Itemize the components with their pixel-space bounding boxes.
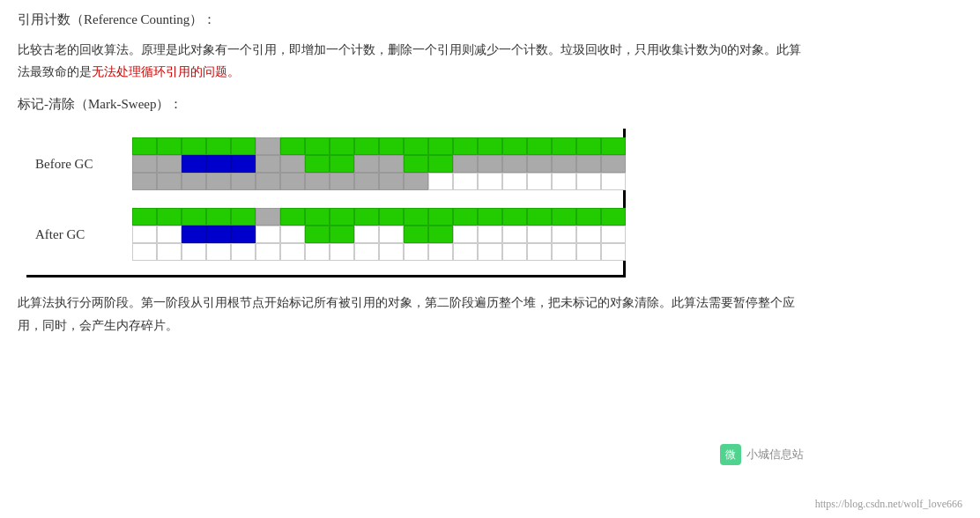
grid-cell bbox=[502, 243, 527, 261]
grid-cell bbox=[404, 137, 428, 155]
grid-cell bbox=[527, 173, 552, 190]
grid-cell bbox=[330, 173, 354, 190]
grid-cell bbox=[206, 155, 231, 173]
before-gc-row3 bbox=[132, 173, 626, 190]
grid-cell bbox=[280, 173, 305, 190]
grid-cell bbox=[576, 155, 601, 173]
grid-cell bbox=[576, 173, 601, 190]
grid-cell bbox=[231, 226, 256, 243]
grid-cell bbox=[601, 155, 626, 173]
grid-cell bbox=[280, 208, 305, 226]
grid-cell bbox=[132, 155, 157, 173]
grid-cell bbox=[428, 137, 453, 155]
grid-cell bbox=[453, 173, 478, 190]
grid-cell bbox=[552, 173, 576, 190]
grid-cell bbox=[305, 226, 330, 243]
page-container: 引用计数（Reference Counting）： 比较古老的回收算法。原理是此… bbox=[0, 0, 980, 345]
grid-cell bbox=[453, 155, 478, 173]
grid-cell bbox=[330, 208, 354, 226]
grid-cell bbox=[354, 226, 379, 243]
grid-cell bbox=[206, 243, 231, 261]
grid-cell bbox=[552, 243, 576, 261]
grid-cell bbox=[576, 208, 601, 226]
after-gc-row2 bbox=[132, 226, 626, 243]
grid-cell bbox=[330, 243, 354, 261]
grid-cell bbox=[305, 173, 330, 190]
grid-cell bbox=[453, 137, 478, 155]
grid-cell bbox=[502, 208, 527, 226]
grid-cell bbox=[428, 155, 453, 173]
grid-cell bbox=[157, 155, 182, 173]
grid-cell bbox=[404, 208, 428, 226]
grid-cell bbox=[478, 226, 502, 243]
grid-cell bbox=[576, 137, 601, 155]
grid-cell bbox=[305, 137, 330, 155]
grid-cell bbox=[601, 173, 626, 190]
after-gc-row3 bbox=[132, 243, 626, 261]
highlight-text: 无法处理循环引用的问题。 bbox=[92, 65, 240, 78]
grid-cell bbox=[157, 137, 182, 155]
grid-cell bbox=[502, 226, 527, 243]
grid-cell bbox=[428, 173, 453, 190]
grid-cell bbox=[182, 226, 206, 243]
before-gc-label: Before GC bbox=[35, 157, 115, 172]
grid-cell bbox=[601, 226, 626, 243]
grid-cell bbox=[552, 226, 576, 243]
grid-cell bbox=[157, 243, 182, 261]
grid-cell bbox=[330, 155, 354, 173]
grid-cell bbox=[428, 226, 453, 243]
grid-cell bbox=[157, 226, 182, 243]
wechat-icon: 微 bbox=[720, 444, 741, 465]
grid-cell bbox=[379, 137, 404, 155]
grid-cell bbox=[305, 243, 330, 261]
grid-cell bbox=[379, 243, 404, 261]
grid-cell bbox=[404, 173, 428, 190]
grid-cell bbox=[256, 226, 280, 243]
grid-cell bbox=[502, 173, 527, 190]
reference-counting-title: 引用计数（Reference Counting）： bbox=[18, 9, 962, 30]
grid-cell bbox=[157, 173, 182, 190]
grid-cell bbox=[478, 137, 502, 155]
grid-cell bbox=[256, 208, 280, 226]
reference-counting-desc: 比较古老的回收算法。原理是此对象有一个引用，即增加一个计数，删除一个引用则减少一… bbox=[18, 39, 811, 83]
mark-sweep-title-text: 标记-清除（Mark-Sweep）： bbox=[18, 97, 182, 111]
grid-cell bbox=[404, 243, 428, 261]
after-gc-label: After GC bbox=[35, 227, 115, 242]
grid-cell bbox=[330, 226, 354, 243]
grid-cell bbox=[379, 226, 404, 243]
grid-cell bbox=[478, 173, 502, 190]
grid-cell bbox=[231, 173, 256, 190]
before-gc-row2 bbox=[132, 155, 626, 173]
title-text: 引用计数（Reference Counting）： bbox=[18, 12, 216, 26]
grid-cell bbox=[305, 208, 330, 226]
grid-cell bbox=[354, 243, 379, 261]
grid-cell bbox=[256, 155, 280, 173]
grid-cell bbox=[132, 137, 157, 155]
before-gc-grid bbox=[132, 137, 626, 190]
grid-cell bbox=[354, 155, 379, 173]
grid-cell bbox=[157, 208, 182, 226]
grid-cell bbox=[256, 243, 280, 261]
grid-cell bbox=[132, 173, 157, 190]
grid-cell bbox=[552, 155, 576, 173]
watermark: 微 小城信息站 bbox=[720, 444, 804, 465]
after-gc-row: After GC bbox=[35, 208, 605, 261]
grid-cell bbox=[231, 208, 256, 226]
grid-cell bbox=[182, 173, 206, 190]
grid-cell bbox=[231, 243, 256, 261]
after-gc-row1 bbox=[132, 208, 626, 226]
grid-cell bbox=[601, 208, 626, 226]
grid-cell bbox=[132, 208, 157, 226]
grid-cell bbox=[453, 226, 478, 243]
grid-cell bbox=[527, 243, 552, 261]
grid-cell bbox=[527, 137, 552, 155]
after-gc-grid bbox=[132, 208, 626, 261]
grid-cell bbox=[280, 243, 305, 261]
grid-cell bbox=[354, 173, 379, 190]
watermark-text: 小城信息站 bbox=[746, 447, 804, 462]
grid-cell bbox=[404, 155, 428, 173]
grid-cell bbox=[182, 208, 206, 226]
grid-cell bbox=[132, 226, 157, 243]
mark-sweep-title: 标记-清除（Mark-Sweep）： bbox=[18, 93, 962, 115]
grid-cell bbox=[478, 155, 502, 173]
